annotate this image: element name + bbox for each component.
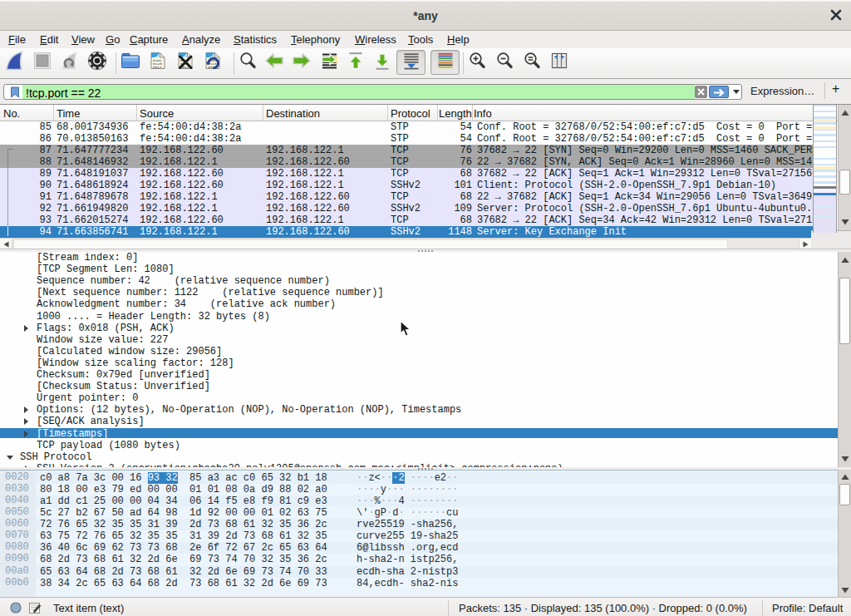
svg-text:0011: 0011	[153, 65, 162, 69]
